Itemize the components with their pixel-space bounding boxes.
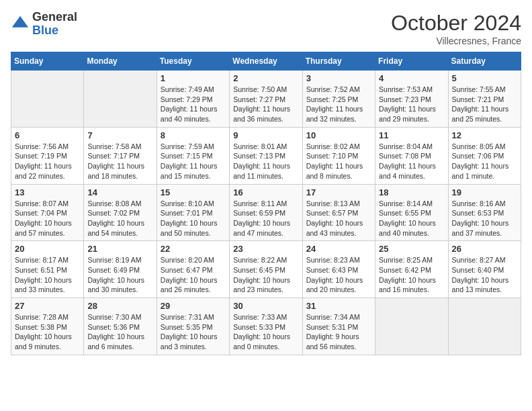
day-number: 3 bbox=[306, 73, 371, 83]
day-info: Daylight: 10 hours and 9 minutes. bbox=[15, 332, 80, 351]
day-info: Sunrise: 8:19 AM bbox=[87, 255, 152, 265]
calendar-body: 1Sunrise: 7:49 AMSunset: 7:29 PMDaylight… bbox=[11, 71, 521, 355]
day-info: Sunrise: 8:25 AM bbox=[379, 255, 444, 265]
day-info: Sunrise: 8:13 AM bbox=[306, 199, 371, 209]
day-number: 13 bbox=[15, 187, 80, 197]
day-info: Sunset: 6:53 PM bbox=[452, 208, 517, 218]
day-info: Sunrise: 8:01 AM bbox=[233, 142, 298, 152]
calendar-table: SundayMondayTuesdayWednesdayThursdayFrid… bbox=[11, 52, 521, 355]
day-info: Daylight: 10 hours and 57 minutes. bbox=[15, 218, 80, 238]
day-info: Sunset: 6:47 PM bbox=[161, 265, 226, 275]
calendar-cell: 6Sunrise: 7:56 AMSunset: 7:19 PMDaylight… bbox=[11, 127, 84, 184]
day-info: Sunset: 7:04 PM bbox=[15, 208, 80, 218]
calendar-cell: 21Sunrise: 8:19 AMSunset: 6:49 PMDayligh… bbox=[84, 241, 157, 298]
day-info: Daylight: 10 hours and 33 minutes. bbox=[15, 275, 80, 295]
calendar-cell bbox=[11, 71, 84, 128]
day-info: Sunset: 7:10 PM bbox=[306, 151, 371, 161]
day-number: 24 bbox=[306, 244, 371, 254]
day-info: Daylight: 10 hours and 40 minutes. bbox=[379, 218, 444, 238]
calendar-cell: 28Sunrise: 7:30 AMSunset: 5:36 PMDayligh… bbox=[84, 298, 157, 355]
day-info: Sunrise: 8:27 AM bbox=[452, 255, 517, 265]
day-number: 4 bbox=[379, 73, 444, 83]
day-info: Sunrise: 7:30 AM bbox=[87, 312, 152, 322]
day-info: Daylight: 9 hours and 56 minutes. bbox=[306, 332, 371, 351]
week-row-2: 6Sunrise: 7:56 AMSunset: 7:19 PMDaylight… bbox=[11, 127, 521, 184]
day-number: 11 bbox=[379, 130, 444, 140]
day-number: 18 bbox=[379, 187, 444, 197]
day-info: Sunrise: 8:08 AM bbox=[87, 199, 152, 209]
day-info: Sunset: 7:27 PM bbox=[233, 95, 298, 105]
day-number: 6 bbox=[15, 130, 80, 140]
day-info: Sunset: 7:06 PM bbox=[452, 151, 517, 161]
day-number: 8 bbox=[161, 130, 226, 140]
day-info: Daylight: 11 hours and 36 minutes. bbox=[233, 104, 298, 124]
day-info: Daylight: 10 hours and 26 minutes. bbox=[161, 275, 226, 295]
day-info: Sunrise: 7:56 AM bbox=[15, 142, 80, 152]
svg-marker-0 bbox=[12, 16, 28, 28]
day-info: Daylight: 10 hours and 6 minutes. bbox=[87, 332, 152, 351]
day-info: Sunrise: 8:14 AM bbox=[379, 199, 444, 209]
day-info: Sunrise: 8:05 AM bbox=[452, 142, 517, 152]
day-number: 2 bbox=[233, 73, 298, 83]
day-info: Sunrise: 7:34 AM bbox=[306, 312, 371, 322]
day-info: Sunset: 6:57 PM bbox=[306, 208, 371, 218]
calendar-cell: 17Sunrise: 8:13 AMSunset: 6:57 PMDayligh… bbox=[302, 184, 375, 241]
day-info: Sunset: 7:15 PM bbox=[161, 151, 226, 161]
day-info: Sunrise: 7:53 AM bbox=[379, 85, 444, 95]
day-info: Sunrise: 7:59 AM bbox=[161, 142, 226, 152]
weekday-header-thursday: Thursday bbox=[302, 52, 375, 71]
weekday-header-friday: Friday bbox=[375, 52, 448, 71]
location: Villecresnes, France bbox=[391, 36, 521, 46]
day-info: Sunset: 6:51 PM bbox=[15, 265, 80, 275]
calendar-cell: 12Sunrise: 8:05 AMSunset: 7:06 PMDayligh… bbox=[448, 127, 521, 184]
day-info: Daylight: 11 hours and 1 minute. bbox=[452, 161, 517, 181]
calendar-cell bbox=[448, 298, 521, 355]
calendar-cell: 13Sunrise: 8:07 AMSunset: 7:04 PMDayligh… bbox=[11, 184, 84, 241]
calendar-cell: 10Sunrise: 8:02 AMSunset: 7:10 PMDayligh… bbox=[302, 127, 375, 184]
day-info: Daylight: 10 hours and 37 minutes. bbox=[452, 218, 517, 238]
day-info: Sunset: 6:49 PM bbox=[87, 265, 152, 275]
logo: General Blue bbox=[11, 11, 77, 38]
day-info: Sunset: 6:43 PM bbox=[306, 265, 371, 275]
day-info: Daylight: 10 hours and 20 minutes. bbox=[306, 275, 371, 295]
day-number: 9 bbox=[233, 130, 298, 140]
day-info: Sunset: 5:35 PM bbox=[161, 322, 226, 332]
calendar-cell: 22Sunrise: 8:20 AMSunset: 6:47 PMDayligh… bbox=[157, 241, 229, 298]
day-number: 7 bbox=[87, 130, 152, 140]
logo-blue-text: Blue bbox=[32, 24, 77, 38]
day-info: Sunset: 5:36 PM bbox=[87, 322, 152, 332]
logo-icon bbox=[11, 15, 30, 34]
calendar-cell: 18Sunrise: 8:14 AMSunset: 6:55 PMDayligh… bbox=[375, 184, 448, 241]
day-info: Daylight: 10 hours and 0 minutes. bbox=[233, 332, 298, 351]
calendar-cell bbox=[375, 298, 448, 355]
day-info: Daylight: 11 hours and 22 minutes. bbox=[15, 161, 80, 181]
day-number: 22 bbox=[161, 244, 226, 254]
day-info: Sunrise: 8:10 AM bbox=[161, 199, 226, 209]
week-row-3: 13Sunrise: 8:07 AMSunset: 7:04 PMDayligh… bbox=[11, 184, 521, 241]
day-info: Daylight: 11 hours and 8 minutes. bbox=[306, 161, 371, 181]
weekday-header-tuesday: Tuesday bbox=[157, 52, 229, 71]
day-info: Daylight: 11 hours and 11 minutes. bbox=[233, 161, 298, 181]
weekday-header-row: SundayMondayTuesdayWednesdayThursdayFrid… bbox=[11, 52, 521, 71]
day-info: Sunset: 7:01 PM bbox=[161, 208, 226, 218]
week-row-1: 1Sunrise: 7:49 AMSunset: 7:29 PMDaylight… bbox=[11, 71, 521, 128]
day-info: Sunset: 5:38 PM bbox=[15, 322, 80, 332]
day-info: Sunrise: 7:55 AM bbox=[452, 85, 517, 95]
day-info: Sunrise: 7:33 AM bbox=[233, 312, 298, 322]
day-info: Sunrise: 7:28 AM bbox=[15, 312, 80, 322]
day-info: Sunrise: 8:04 AM bbox=[379, 142, 444, 152]
day-number: 25 bbox=[379, 244, 444, 254]
day-number: 17 bbox=[306, 187, 371, 197]
day-info: Sunrise: 8:11 AM bbox=[233, 199, 298, 209]
day-info: Daylight: 11 hours and 25 minutes. bbox=[452, 104, 517, 124]
day-info: Sunrise: 7:50 AM bbox=[233, 85, 298, 95]
day-info: Sunset: 7:02 PM bbox=[87, 208, 152, 218]
day-number: 28 bbox=[87, 301, 152, 311]
day-info: Sunset: 7:21 PM bbox=[452, 95, 517, 105]
calendar-cell: 15Sunrise: 8:10 AMSunset: 7:01 PMDayligh… bbox=[157, 184, 229, 241]
day-info: Daylight: 10 hours and 43 minutes. bbox=[306, 218, 371, 238]
month-title: October 2024 bbox=[391, 11, 521, 36]
calendar-cell: 27Sunrise: 7:28 AMSunset: 5:38 PMDayligh… bbox=[11, 298, 84, 355]
calendar-cell: 26Sunrise: 8:27 AMSunset: 6:40 PMDayligh… bbox=[448, 241, 521, 298]
weekday-header-wednesday: Wednesday bbox=[230, 52, 302, 71]
